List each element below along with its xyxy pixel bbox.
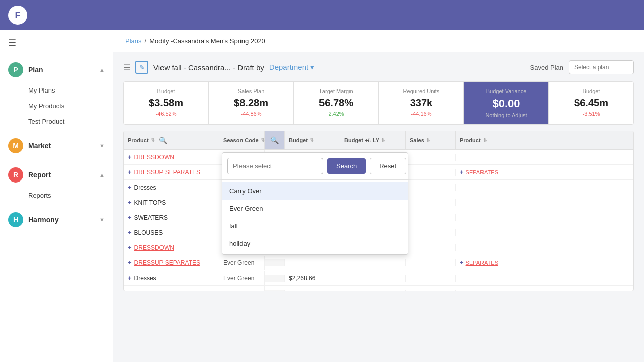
td-budget xyxy=(285,259,340,266)
td-product: +KNIT TOPS xyxy=(124,286,219,291)
table-header: Product ⇅ 🔍 Season Code ⇅ 🔍 Budget ⇅ xyxy=(124,131,633,150)
product2-sort-icon[interactable]: ⇅ xyxy=(483,138,487,143)
budget-sort-icon[interactable]: ⇅ xyxy=(310,138,314,143)
td-product: +DRESSDOWN xyxy=(124,150,219,164)
report-sub-items: Reports xyxy=(0,188,113,203)
saved-plan-label: Saved Plan xyxy=(530,64,564,71)
season-sort-icon[interactable]: ⇅ xyxy=(261,138,265,143)
sidebar-plan-header[interactable]: P Plan ▲ xyxy=(0,57,113,82)
harmony-icon: H xyxy=(8,212,23,227)
dropdown-options: Carry OverEver Greenfallholiday xyxy=(222,180,408,254)
metric-required-units: Required Units 337k -44.16% xyxy=(379,82,464,124)
edit-button[interactable]: ✎ xyxy=(135,61,148,74)
sidebar-harmony-header[interactable]: H Harmony ▼ xyxy=(0,207,113,232)
expand-row-button[interactable]: + xyxy=(128,244,132,251)
th-search-col[interactable]: 🔍 xyxy=(265,131,285,149)
th-sales: Sales ⇅ xyxy=(406,131,456,149)
breadcrumb: Plans / Modify -Cassandra's Men's Spring… xyxy=(113,30,644,52)
td-sales xyxy=(406,199,456,206)
expand-row-button[interactable]: + xyxy=(128,274,132,282)
sidebar-market-header[interactable]: M Market ▼ xyxy=(0,133,113,158)
list-icon: ☰ xyxy=(123,63,130,72)
market-icon: M xyxy=(8,138,23,153)
metric-target-margin: Target Margin 56.78% 2.42% xyxy=(294,82,379,124)
department-dropdown[interactable]: Department ▾ xyxy=(269,63,315,72)
expand-row-button[interactable]: + xyxy=(128,184,132,191)
product-name: KNIT TOPS xyxy=(134,290,166,291)
metric-budget-sub: -46.52% xyxy=(132,111,200,117)
product-link[interactable]: DRESSDOWN xyxy=(134,244,174,251)
select-plan-input[interactable] xyxy=(569,60,634,74)
metric-budget-2-label: Budget xyxy=(557,88,625,94)
product-link[interactable]: DRESSDOWN xyxy=(134,154,174,161)
td-budget-ly xyxy=(340,275,406,282)
breadcrumb-current: Modify -Cassandra's Men's Spring 2020 xyxy=(149,37,265,45)
td-sales xyxy=(406,229,456,236)
metric-budget-variance-sub: Nothing to Adjust xyxy=(472,112,540,118)
hamburger-menu[interactable]: ☰ xyxy=(0,30,113,55)
sidebar-item-reports[interactable]: Reports xyxy=(28,188,113,203)
metric-cards: Budget $3.58m -46.52% Sales Plan $8.28m … xyxy=(123,81,634,125)
sidebar: ☰ P Plan ▲ My Plans My Products Test Pro… xyxy=(0,30,113,362)
product2-link[interactable]: SEPARATES xyxy=(466,169,498,175)
topbar: F xyxy=(0,0,644,30)
view-title-prefix: View fall - Cassandra... - Draft by xyxy=(153,63,264,72)
expand-row2-button[interactable]: + xyxy=(460,168,464,176)
td-budget: $5,979.31 xyxy=(285,286,340,291)
saved-plan-area: Saved Plan xyxy=(530,60,634,74)
th-product: Product ⇅ 🔍 xyxy=(124,131,219,149)
sidebar-item-test-product[interactable]: Test Product xyxy=(28,114,113,129)
dropdown-option[interactable]: holiday xyxy=(222,235,408,252)
product2-link[interactable]: SEPARATES xyxy=(466,260,498,266)
expand-row-button[interactable]: + xyxy=(128,153,132,161)
td-product2 xyxy=(456,184,526,191)
product-sort-icon[interactable]: ⇅ xyxy=(151,138,155,143)
expand-row-button[interactable]: + xyxy=(128,214,132,221)
plan-sub-items: My Plans My Products Test Product xyxy=(0,82,113,129)
sidebar-item-my-plans[interactable]: My Plans xyxy=(28,82,113,98)
td-sales xyxy=(406,290,456,291)
td-product: +Dresses xyxy=(124,270,219,285)
dropdown-option[interactable]: Ever Green xyxy=(222,200,408,217)
th-budget-ly: Budget +/- LY ⇅ xyxy=(340,131,406,149)
td-product2: +SEPARATES xyxy=(456,165,526,179)
td-season: Ever Green xyxy=(219,286,265,291)
market-label: Market xyxy=(28,142,94,150)
expand-row-button[interactable]: + xyxy=(128,259,132,266)
product-link[interactable]: DRESSUP SEPARATES xyxy=(134,259,200,266)
expand-row-button[interactable]: + xyxy=(128,289,132,291)
expand-row2-button[interactable]: + xyxy=(460,259,464,266)
td-sales xyxy=(406,259,456,266)
sidebar-item-my-products[interactable]: My Products xyxy=(28,98,113,114)
dropdown-option[interactable]: Carry Over xyxy=(222,182,408,200)
td-product2 xyxy=(456,229,526,236)
sidebar-report-header[interactable]: R Report ▲ xyxy=(0,162,113,188)
metric-required-units-value: 337k xyxy=(387,97,455,109)
budget-ly-sort-icon[interactable]: ⇅ xyxy=(381,138,385,143)
sidebar-section-report: R Report ▲ Reports xyxy=(0,160,113,205)
report-chevron-icon: ▲ xyxy=(99,172,105,178)
td-sales xyxy=(406,244,456,251)
metric-budget-2-value: $6.45m xyxy=(557,97,625,109)
th-product2: Product ⇅ xyxy=(456,131,526,149)
product-link[interactable]: DRESSUP SEPARATES xyxy=(134,169,200,176)
th-season-code: Season Code ⇅ xyxy=(219,131,265,149)
td-product: +KNIT TOPS xyxy=(124,195,219,210)
metric-target-margin-value: 56.78% xyxy=(302,97,370,109)
product-search-icon[interactable]: 🔍 xyxy=(159,137,167,144)
search-button[interactable]: Search xyxy=(327,158,366,174)
dropdown-search-row: Search Reset xyxy=(222,153,408,180)
dropdown-option[interactable]: fall xyxy=(222,217,408,235)
expand-row-button[interactable]: + xyxy=(128,229,132,236)
breadcrumb-parent[interactable]: Plans xyxy=(125,37,142,45)
dropdown-search-input[interactable] xyxy=(227,158,323,174)
reset-button[interactable]: Reset xyxy=(370,158,406,174)
product-name: SWEATERS xyxy=(134,214,168,221)
td-product2 xyxy=(456,244,526,251)
expand-row-button[interactable]: + xyxy=(128,168,132,176)
metric-budget-2-sub: -3.51% xyxy=(557,111,625,117)
metric-required-units-label: Required Units xyxy=(387,88,455,94)
td-search-col xyxy=(265,290,285,291)
expand-row-button[interactable]: + xyxy=(128,199,132,206)
sales-sort-icon[interactable]: ⇅ xyxy=(426,138,430,143)
